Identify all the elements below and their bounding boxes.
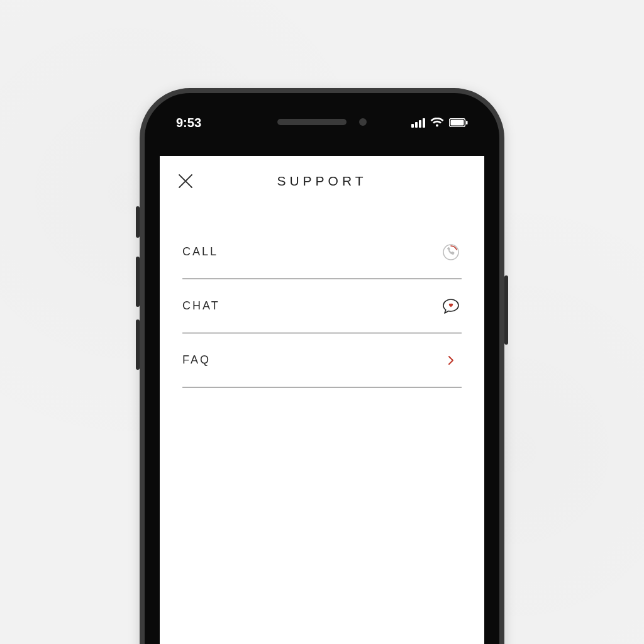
cellular-signal-icon	[411, 118, 425, 128]
app-screen: SUPPORT CALL CHAT	[160, 156, 484, 644]
phone-mockup: 9:53 SUPPORT CA	[140, 88, 504, 644]
page-title: SUPPORT	[277, 174, 367, 189]
svg-rect-1	[451, 120, 464, 126]
status-time: 9:53	[176, 116, 201, 130]
power-button	[504, 275, 508, 345]
close-button[interactable]	[175, 170, 196, 192]
menu-item-label: FAQ	[182, 353, 211, 367]
chevron-right-icon	[440, 350, 462, 371]
menu-item-chat[interactable]: CHAT	[182, 279, 462, 333]
menu-item-label: CHAT	[182, 299, 220, 313]
phone-circle-icon	[440, 242, 462, 263]
wifi-icon	[430, 118, 444, 128]
volume-down-button	[136, 319, 140, 370]
menu-item-call[interactable]: CALL	[182, 225, 462, 279]
menu-item-label: CALL	[182, 245, 218, 258]
close-icon	[177, 172, 194, 190]
page-header: SUPPORT	[160, 156, 484, 206]
status-bar: 9:53	[145, 113, 499, 132]
menu-item-faq[interactable]: FAQ	[182, 333, 462, 387]
battery-icon	[449, 118, 468, 127]
chat-bubble-heart-icon	[440, 296, 462, 317]
volume-up-button	[136, 257, 140, 307]
side-button	[136, 206, 140, 238]
svg-rect-2	[466, 121, 468, 125]
support-menu: CALL CHAT	[160, 206, 484, 387]
